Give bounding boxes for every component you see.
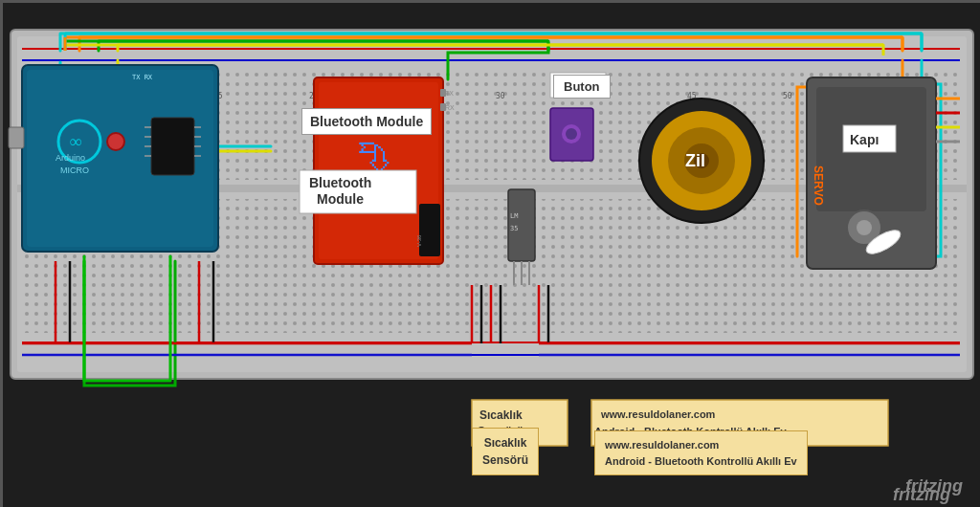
svg-text:LM: LM: [510, 212, 518, 220]
buton-label: Buton: [553, 75, 611, 99]
svg-text:30: 30: [496, 92, 505, 100]
svg-text:RX: RX: [445, 104, 455, 111]
svg-point-69: [566, 128, 577, 140]
svg-text:Sıcaklık: Sıcaklık: [479, 408, 523, 422]
svg-text:35: 35: [510, 225, 518, 232]
svg-text:TX RX: TX RX: [132, 74, 153, 81]
sicaklik-label: Sıcaklık Sensörü: [472, 428, 539, 475]
svg-text:Zil: Zil: [685, 151, 705, 170]
svg-text:50: 50: [783, 92, 792, 100]
svg-text:TX: TX: [445, 90, 454, 97]
svg-text:www.resuldolaner.com: www.resuldolaner.com: [600, 408, 716, 420]
svg-point-85: [857, 220, 872, 235]
svg-rect-60: [419, 204, 440, 256]
svg-text:MICRO: MICRO: [60, 165, 89, 175]
svg-text:Bluetooth: Bluetooth: [309, 175, 371, 190]
svg-point-49: [107, 133, 124, 150]
svg-rect-37: [9, 127, 24, 148]
website-label: www.resuldolaner.com Android - Bluetooth…: [594, 430, 808, 475]
svg-text:Kapı: Kapı: [850, 132, 879, 147]
fritzing-watermark: fritzing: [905, 476, 963, 496]
svg-text:V-36: V-36: [416, 234, 422, 247]
svg-text:Module: Module: [317, 191, 364, 207]
bluetooth-module-label: Bluetooth Module: [301, 108, 432, 135]
main-container: 5 10 15 20 25 30 40 45 50 55: [0, 0, 980, 507]
svg-rect-40: [151, 118, 194, 175]
svg-text:Arduino: Arduino: [56, 153, 85, 163]
svg-text:SERVO: SERVO: [812, 165, 825, 206]
svg-text:∞: ∞: [70, 132, 82, 151]
